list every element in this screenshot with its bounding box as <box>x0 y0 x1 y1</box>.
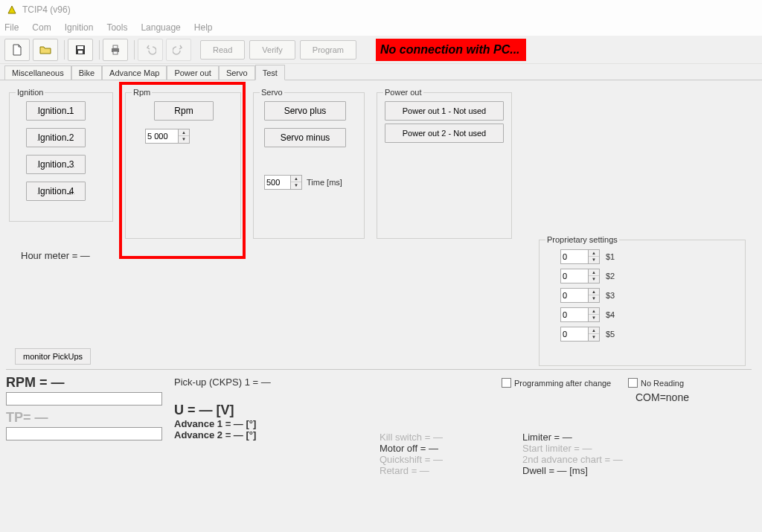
tab-bike[interactable]: Bike <box>71 65 102 80</box>
servo-plus-button[interactable]: Servo plus <box>264 101 346 121</box>
servo-minus-button[interactable]: Servo minus <box>264 128 346 147</box>
servo-time-spin-up[interactable]: ▲ <box>291 176 301 182</box>
print-button[interactable] <box>103 39 128 61</box>
status-adv1: Advance 1 = — [°] <box>174 418 271 429</box>
svg-rect-6 <box>113 51 118 54</box>
save-button[interactable] <box>68 39 93 61</box>
servo-time-input[interactable] <box>264 175 291 190</box>
powerout-legend: Power out <box>383 88 423 97</box>
tab-advance-map[interactable]: Advance Map <box>102 65 167 80</box>
rpm-spin-down[interactable]: ▼ <box>179 136 189 143</box>
tab-servo[interactable]: Servo <box>219 65 255 80</box>
undo-button <box>138 39 163 61</box>
prop-label-4: $4 <box>606 310 615 319</box>
svg-rect-3 <box>78 51 83 54</box>
tabstrip: Miscellaneous Bike Advance Map Power out… <box>0 64 762 80</box>
menu-language[interactable]: Language <box>141 22 180 33</box>
status-quick: Quickshift = — <box>380 454 443 465</box>
tp-bar <box>6 427 162 440</box>
toolbar-separator <box>64 40 65 60</box>
prop-input-2[interactable] <box>560 269 589 283</box>
svg-rect-5 <box>113 45 118 48</box>
tab-power-out[interactable]: Power out <box>167 65 219 80</box>
ignition-group: Ignition Ignition 1 Ignition 2 Ignition … <box>9 88 113 222</box>
prop-label-3: $3 <box>606 291 615 300</box>
menu-tools[interactable]: Tools <box>106 22 127 33</box>
app-icon <box>6 4 18 16</box>
window-title: TCIP4 (v96) <box>22 4 71 15</box>
ignition-legend: Ignition <box>16 88 45 97</box>
hour-meter-label: Hour meter = — <box>21 250 90 261</box>
menu-ignition[interactable]: Ignition <box>65 22 94 33</box>
toolbar: Read Verify Program No connection with P… <box>0 36 762 64</box>
window-titlebar: TCIP4 (v96) <box>0 0 762 19</box>
program-button[interactable]: Program <box>300 40 356 60</box>
monitor-pickups-button[interactable]: monitor PickUps <box>15 348 91 365</box>
rpm-button[interactable]: Rpm <box>154 101 214 121</box>
status-u: U = — [V] <box>174 403 271 418</box>
status-adv2chart: 2nd advance chart = — <box>522 454 623 465</box>
status-kill: Kill switch = — <box>380 432 443 443</box>
tab-miscellaneous[interactable]: Miscellaneous <box>4 65 71 80</box>
status-tp: TP= — <box>6 410 170 426</box>
prop-label-1: $1 <box>606 252 615 261</box>
prog-after-change-label: Programming after change <box>514 379 611 388</box>
no-reading-checkbox[interactable]: No Reading <box>628 378 684 388</box>
status-limiter: Limiter = — <box>522 432 623 443</box>
menu-com[interactable]: Com <box>32 22 51 33</box>
ignition2-button[interactable]: Ignition 2 <box>26 128 86 147</box>
menu-file[interactable]: File <box>4 22 19 33</box>
new-file-button[interactable] <box>4 39 30 61</box>
prop-spinner-2[interactable]: ▲▼ <box>560 268 600 284</box>
prop-label-2: $2 <box>606 272 615 281</box>
servo-time-spin-down[interactable]: ▼ <box>291 182 301 189</box>
status-motoroff: Motor off = — <box>380 443 443 454</box>
com-status: COM=none <box>635 391 689 403</box>
rpm-legend: Rpm <box>132 88 152 97</box>
checkbox-box-icon <box>502 378 511 388</box>
open-file-button[interactable] <box>33 39 58 61</box>
rpm-input[interactable] <box>145 129 179 144</box>
status-adv2: Advance 2 = — [°] <box>174 429 271 440</box>
ignition1-button[interactable]: Ignition 1 <box>26 101 86 121</box>
no-reading-label: No Reading <box>641 379 684 388</box>
prop-spinner-3[interactable]: ▲▼ <box>560 287 600 304</box>
prog-after-change-checkbox[interactable]: Programming after change <box>502 378 611 388</box>
svg-rect-2 <box>77 46 83 49</box>
horizontal-separator <box>6 369 752 370</box>
menu-help[interactable]: Help <box>194 22 213 33</box>
prop-input-5[interactable] <box>560 327 589 342</box>
ignition3-button[interactable]: Ignition 3 <box>26 155 86 174</box>
test-page: Ignition Ignition 1 Ignition 2 Ignition … <box>0 80 762 89</box>
ignition4-button[interactable]: Ignition 4 <box>26 182 86 201</box>
redo-button <box>166 39 191 61</box>
powerout1-button[interactable]: Power out 1 - Not used <box>385 101 504 121</box>
powerout2-button[interactable]: Power out 2 - Not used <box>385 124 504 143</box>
prop-input-1[interactable] <box>560 249 589 264</box>
proprietary-group: Proprietary settings ▲▼ $1 ▲▼ $2 ▲▼ $3 ▲… <box>539 235 746 366</box>
prop-input-3[interactable] <box>560 288 589 303</box>
prop-label-5: $5 <box>606 330 615 339</box>
tab-test[interactable]: Test <box>255 65 285 80</box>
toolbar-separator <box>99 40 100 60</box>
connection-banner: No connection with PC... <box>376 39 526 61</box>
servo-time-spinner[interactable]: ▲▼ <box>264 174 302 190</box>
powerout-group: Power out Power out 1 - Not used Power o… <box>377 88 512 239</box>
read-button[interactable]: Read <box>200 40 245 60</box>
servo-group: Servo Servo plus Servo minus ▲▼ Time [ms… <box>253 88 365 239</box>
status-retard: Retard = — <box>380 465 443 476</box>
status-pickup: Pick-up (CKPS) 1 = — <box>174 376 271 388</box>
prop-spinner-4[interactable]: ▲▼ <box>560 307 600 323</box>
servo-time-label: Time [ms] <box>307 178 342 187</box>
checkbox-box-icon <box>628 378 638 388</box>
rpm-spinner[interactable]: ▲▼ <box>145 128 190 144</box>
rpm-spin-up[interactable]: ▲ <box>179 129 189 136</box>
toolbar-separator <box>134 40 135 60</box>
prop-spinner-1[interactable]: ▲▼ <box>560 249 600 265</box>
rpm-bar <box>6 392 162 406</box>
prop-spinner-5[interactable]: ▲▼ <box>560 326 600 342</box>
menubar: File Com Ignition Tools Language Help <box>0 19 762 36</box>
status-rpm: RPM = — <box>6 375 170 391</box>
verify-button[interactable]: Verify <box>249 40 295 60</box>
prop-input-4[interactable] <box>560 307 589 322</box>
